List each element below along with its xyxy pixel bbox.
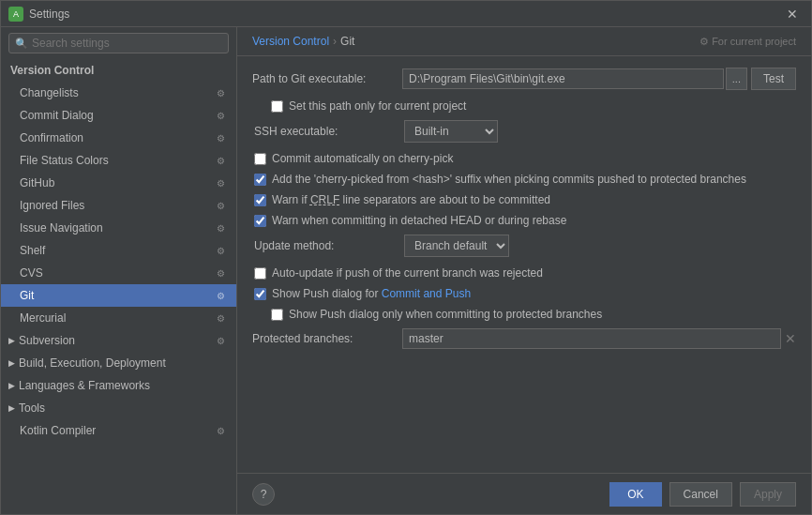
git-path-row: Path to Git executable: ... Test — [252, 68, 796, 90]
for-current-project-link[interactable]: ⚙ For current project — [699, 36, 796, 48]
sidebar-item-git[interactable]: Git ⚙ — [1, 284, 236, 307]
settings-icon-10: ⚙ — [214, 289, 227, 302]
cherry-pick-suffix-checkbox[interactable] — [254, 174, 266, 186]
sidebar-item-cvs[interactable]: CVS ⚙ — [1, 262, 236, 284]
search-input[interactable] — [32, 37, 222, 50]
ssh-select[interactable]: Built-in Native — [404, 120, 498, 143]
sidebar-item-subversion[interactable]: ▶ Subversion ⚙ — [1, 329, 236, 352]
main-content: 🔍 Version Control Changelists ⚙ Commit D… — [1, 27, 811, 514]
sidebar-item-ignored-files[interactable]: Ignored Files ⚙ — [1, 194, 236, 217]
sidebar-item-github[interactable]: GitHub ⚙ — [1, 172, 236, 194]
cherry-pick-row: Commit automatically on cherry-pick — [252, 152, 796, 165]
detached-head-checkbox[interactable] — [254, 215, 266, 227]
breadcrumb-part2: Git — [340, 35, 354, 48]
auto-update-label: Auto-update if push of the current branc… — [272, 266, 543, 280]
sidebar-item-confirmation[interactable]: Confirmation ⚙ — [1, 127, 236, 149]
git-path-label: Path to Git executable: — [252, 72, 402, 85]
breadcrumb: Version Control › Git ⚙ For current proj… — [237, 27, 811, 56]
settings-window: A Settings ✕ 🔍 Version Control Changelis… — [0, 0, 812, 515]
sidebar-item-issue-navigation[interactable]: Issue Navigation ⚙ — [1, 217, 236, 239]
auto-update-row: Auto-update if push of the current branc… — [252, 266, 796, 280]
show-push-protected-row: Show Push dialog only when committing to… — [252, 308, 796, 321]
sidebar-item-kotlin[interactable]: Kotlin Compiler ⚙ — [1, 419, 236, 442]
update-method-row: Update method: Branch default Merge Reba… — [252, 235, 796, 257]
app-icon: A — [8, 7, 23, 22]
show-push-label: Show Push dialog for Commit and Push — [272, 287, 471, 300]
sidebar-item-changelists[interactable]: Changelists ⚙ — [1, 82, 236, 104]
settings-icon-2: ⚙ — [214, 109, 227, 122]
version-control-label: Version Control — [10, 64, 94, 77]
settings-icon-9: ⚙ — [214, 266, 227, 280]
ok-button[interactable]: OK — [609, 482, 661, 507]
sidebar-item-tools[interactable]: ▶ Tools — [1, 397, 236, 419]
breadcrumb-sep: › — [333, 35, 337, 48]
apply-button[interactable]: Apply — [740, 482, 796, 507]
sidebar-item-languages[interactable]: ▶ Languages & Frameworks — [1, 374, 236, 397]
set-path-only-label: Set this path only for current project — [289, 99, 466, 113]
detached-head-row: Warn when committing in detached HEAD or… — [252, 214, 796, 227]
detached-head-label: Warn when committing in detached HEAD or… — [272, 214, 566, 227]
crlf-checkbox[interactable] — [254, 194, 266, 206]
test-button[interactable]: Test — [751, 68, 796, 90]
settings-icon-12: ⚙ — [214, 334, 227, 347]
settings-icon-4: ⚙ — [214, 154, 227, 167]
git-path-input[interactable] — [402, 68, 724, 89]
update-method-label: Update method: — [254, 239, 404, 252]
show-push-protected-checkbox[interactable] — [271, 309, 283, 321]
settings-icon-8: ⚙ — [214, 244, 227, 257]
sidebar-item-commit-dialog[interactable]: Commit Dialog ⚙ — [1, 104, 236, 127]
cherry-pick-suffix-label: Add the 'cherry-picked from <hash>' suff… — [272, 173, 746, 186]
update-method-select[interactable]: Branch default Merge Rebase — [404, 235, 509, 257]
show-push-row: Show Push dialog for Commit and Push — [252, 287, 796, 300]
sidebar: 🔍 Version Control Changelists ⚙ Commit D… — [1, 27, 237, 514]
triangle-icon-3: ▶ — [8, 381, 15, 390]
sidebar-item-build[interactable]: ▶ Build, Execution, Deployment — [1, 352, 236, 374]
settings-icon-5: ⚙ — [214, 176, 227, 189]
show-push-checkbox[interactable] — [254, 288, 266, 300]
help-button[interactable]: ? — [252, 483, 275, 506]
triangle-icon-4: ▶ — [8, 403, 15, 413]
triangle-icon-2: ▶ — [8, 358, 15, 368]
protected-branches-row: Protected branches: ✕ — [252, 328, 796, 349]
main-panel: Version Control › Git ⚙ For current proj… — [237, 27, 811, 514]
settings-icon-6: ⚙ — [214, 199, 227, 212]
protected-branches-input[interactable] — [402, 328, 781, 349]
bottom-bar: ? OK Cancel Apply — [237, 473, 811, 514]
settings-icon-13: ⚙ — [214, 424, 227, 437]
clear-protected-icon[interactable]: ✕ — [785, 331, 796, 346]
crlf-label: Warn if CRLF line separators are about t… — [272, 193, 550, 206]
browse-button[interactable]: ... — [726, 68, 747, 90]
sidebar-item-shelf[interactable]: Shelf ⚙ — [1, 239, 236, 262]
triangle-icon: ▶ — [8, 336, 15, 345]
ssh-row: SSH executable: Built-in Native — [252, 120, 796, 143]
cherry-pick-label: Commit automatically on cherry-pick — [272, 152, 453, 165]
search-box[interactable]: 🔍 — [8, 33, 229, 53]
sidebar-item-file-status-colors[interactable]: File Status Colors ⚙ — [1, 149, 236, 172]
protected-branches-label: Protected branches: — [252, 332, 402, 345]
cancel-button[interactable]: Cancel — [669, 482, 732, 507]
show-push-protected-label: Show Push dialog only when committing to… — [289, 308, 602, 321]
auto-update-checkbox[interactable] — [254, 267, 266, 280]
breadcrumb-part1[interactable]: Version Control — [252, 35, 329, 48]
settings-icon-11: ⚙ — [214, 311, 227, 325]
cherry-pick-suffix-row: Add the 'cherry-picked from <hash>' suff… — [252, 173, 796, 186]
ssh-label: SSH executable: — [254, 125, 404, 138]
settings-icon-7: ⚙ — [214, 221, 227, 235]
set-path-only-checkbox[interactable] — [271, 100, 283, 113]
settings-icon: ⚙ — [214, 86, 227, 99]
crlf-row: Warn if CRLF line separators are about t… — [252, 193, 796, 206]
sidebar-item-mercurial[interactable]: Mercurial ⚙ — [1, 307, 236, 329]
title-bar: A Settings ✕ — [1, 1, 811, 27]
set-path-only-row: Set this path only for current project — [252, 99, 796, 113]
settings-icon-3: ⚙ — [214, 131, 227, 144]
settings-panel: Path to Git executable: ... Test Set thi… — [237, 56, 811, 473]
sidebar-item-version-control[interactable]: Version Control — [1, 59, 236, 82]
cherry-pick-checkbox[interactable] — [254, 153, 266, 165]
search-icon: 🔍 — [15, 38, 28, 50]
window-title: Settings — [29, 8, 781, 21]
close-button[interactable]: ✕ — [781, 5, 804, 23]
